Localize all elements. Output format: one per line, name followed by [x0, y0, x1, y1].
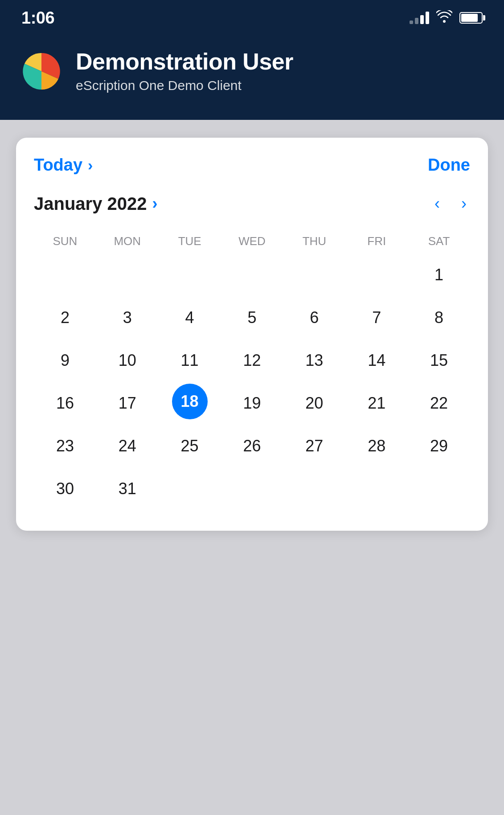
status-time: 1:06	[21, 8, 54, 28]
calendar-day-cell	[421, 469, 457, 508]
calendar-day-cell[interactable]: 28	[359, 426, 394, 466]
calendar-day-cell[interactable]: 8	[421, 298, 457, 337]
calendar-day-cell[interactable]: 25	[172, 426, 208, 466]
today-chevron-icon: ›	[88, 156, 93, 174]
app-header: Demonstration User eScription One Demo C…	[0, 36, 504, 120]
month-year-label: January 2022	[34, 194, 147, 214]
month-chevron-icon: ›	[152, 194, 158, 213]
today-button[interactable]: Today ›	[34, 156, 93, 175]
next-month-button[interactable]: ›	[458, 192, 470, 215]
calendar-day-cell[interactable]: 11	[172, 341, 208, 380]
day-header-fri: FRI	[345, 231, 408, 252]
calendar-day-cell[interactable]: 20	[296, 384, 332, 423]
day-headers: SUNMONTUEWEDTHUFRISAT	[34, 231, 470, 252]
calendar-day-cell[interactable]: 18	[172, 384, 208, 419]
calendar-day-cell[interactable]: 30	[47, 469, 83, 508]
calendar-day-cell[interactable]: 22	[421, 384, 457, 423]
calendar-top-row: Today › Done	[34, 156, 470, 175]
calendar-day-cell	[234, 469, 270, 508]
calendar-day-cell	[172, 255, 208, 295]
signal-icon	[410, 12, 429, 24]
status-icons	[410, 10, 483, 26]
calendar-day-cell	[359, 255, 394, 295]
day-header-mon: MON	[96, 231, 159, 252]
calendar-day-cell[interactable]: 9	[47, 341, 83, 380]
calendar-grid: 1234567891011121314151617181920212223242…	[34, 255, 470, 508]
day-header-sun: SUN	[34, 231, 96, 252]
calendar-day-cell[interactable]: 14	[359, 341, 394, 380]
calendar-day-cell	[47, 255, 83, 295]
calendar-day-cell[interactable]: 7	[359, 298, 394, 337]
calendar-day-cell[interactable]: 4	[172, 298, 208, 337]
month-nav: ‹ ›	[431, 192, 470, 215]
calendar-day-cell[interactable]: 27	[296, 426, 332, 466]
app-title: Demonstration User	[76, 49, 293, 74]
month-row: January 2022 › ‹ ›	[34, 192, 470, 215]
calendar-day-cell	[172, 469, 208, 508]
app-logo	[21, 51, 61, 91]
calendar-day-cell[interactable]: 31	[110, 469, 145, 508]
app-subtitle: eScription One Demo Client	[76, 78, 293, 93]
calendar-day-cell[interactable]: 3	[110, 298, 145, 337]
calendar-day-cell[interactable]: 17	[110, 384, 145, 423]
day-header-thu: THU	[283, 231, 345, 252]
calendar-day-cell	[296, 255, 332, 295]
status-bar: 1:06	[0, 0, 504, 36]
calendar-day-cell[interactable]: 29	[421, 426, 457, 466]
wifi-icon	[436, 10, 452, 26]
calendar-day-cell	[359, 469, 394, 508]
calendar-area: Today › Done January 2022 › ‹ › SUNMONTU…	[0, 120, 504, 815]
calendar-day-cell[interactable]: 16	[47, 384, 83, 423]
calendar-day-cell[interactable]: 23	[47, 426, 83, 466]
calendar-day-cell	[296, 469, 332, 508]
month-title[interactable]: January 2022 ›	[34, 194, 158, 214]
calendar-day-cell[interactable]: 1	[421, 255, 457, 295]
calendar-day-cell[interactable]: 19	[234, 384, 270, 423]
main-content: Demonstration User eScription One Demo C…	[0, 36, 504, 815]
calendar-day-cell[interactable]: 24	[110, 426, 145, 466]
calendar-day-cell[interactable]: 26	[234, 426, 270, 466]
calendar-card: Today › Done January 2022 › ‹ › SUNMONTU…	[16, 138, 488, 531]
header-text: Demonstration User eScription One Demo C…	[76, 49, 293, 93]
battery-icon	[459, 12, 483, 24]
calendar-day-cell	[110, 255, 145, 295]
calendar-day-cell[interactable]: 5	[234, 298, 270, 337]
calendar-day-cell[interactable]: 13	[296, 341, 332, 380]
prev-month-button[interactable]: ‹	[431, 192, 443, 215]
calendar-day-cell[interactable]: 10	[110, 341, 145, 380]
calendar-day-cell[interactable]: 12	[234, 341, 270, 380]
calendar-day-cell[interactable]: 6	[296, 298, 332, 337]
done-button[interactable]: Done	[428, 156, 470, 175]
calendar-day-cell[interactable]: 21	[359, 384, 394, 423]
day-header-wed: WED	[221, 231, 283, 252]
calendar-day-cell	[234, 255, 270, 295]
day-header-tue: TUE	[159, 231, 221, 252]
today-label: Today	[34, 156, 82, 175]
day-header-sat: SAT	[408, 231, 470, 252]
calendar-day-cell[interactable]: 2	[47, 298, 83, 337]
calendar-day-cell[interactable]: 15	[421, 341, 457, 380]
